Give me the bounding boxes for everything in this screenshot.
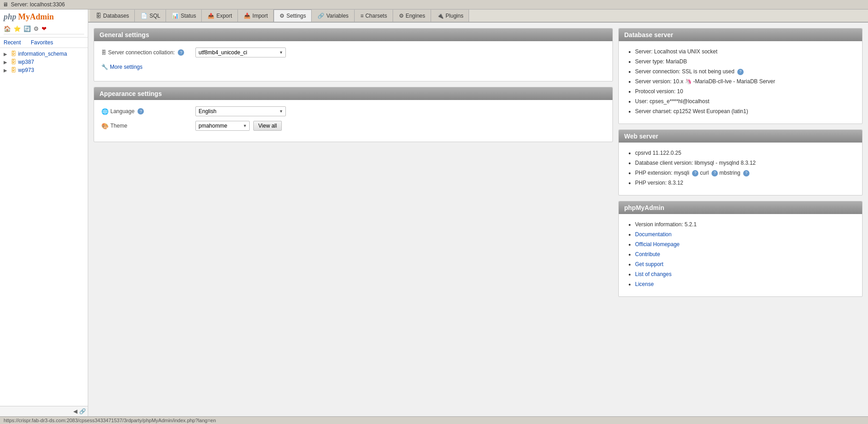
refresh-icon[interactable]: 🔄: [24, 25, 31, 32]
sidebar-resize-handle[interactable]: ◀ 🔗: [0, 406, 88, 416]
phpmyadmin-title: phpMyAdmin: [624, 204, 664, 211]
sidebar-icon-bar: 🏠 ⭐ 🔄 ⚙ ❤: [4, 24, 84, 34]
link-icon[interactable]: 🔗: [79, 408, 86, 414]
tab-charsets-label: Charsets: [365, 13, 387, 19]
expand-icon: ▶: [4, 52, 9, 57]
tab-settings[interactable]: ⚙ Settings: [274, 10, 312, 22]
tab-status[interactable]: 📊 Status: [166, 10, 202, 22]
contribute-link[interactable]: Contribute: [635, 251, 660, 257]
official-homepage-link[interactable]: Official Homepage: [635, 241, 680, 248]
list-item: User: cpses_e****hl@localhost: [635, 97, 855, 105]
list-item-license: License: [635, 280, 855, 288]
list-item: Database client version: libmysql - mysq…: [635, 159, 855, 167]
mbstring-help-icon[interactable]: ?: [743, 170, 749, 176]
list-item-get-support: Get support: [635, 260, 855, 268]
view-all-button[interactable]: View all: [253, 121, 282, 131]
collation-help-icon[interactable]: ?: [178, 49, 184, 56]
sidebar-nav: Recent Favorites: [0, 38, 88, 48]
phpmyadmin-header: phpMyAdmin: [619, 201, 862, 214]
import-icon: 📥: [244, 13, 251, 19]
home-icon[interactable]: 🏠: [4, 25, 11, 32]
tree-item-wp387[interactable]: ▶ 🗄 wp387: [0, 58, 88, 66]
heart-icon[interactable]: ❤: [42, 25, 47, 32]
list-item: Server connection: SSL is not being used…: [635, 67, 855, 76]
appearance-settings-body: 🌐 Language ? English Deutsch Français Es…: [94, 100, 612, 142]
charsets-icon: ≡: [360, 13, 364, 19]
status-url: https://crispr.fab-dr3-ds.com:2083/cpses…: [4, 418, 216, 423]
tab-plugins[interactable]: 🔌 Plugins: [431, 10, 469, 22]
tab-status-label: Status: [180, 13, 196, 19]
db-name-wp387[interactable]: wp387: [18, 59, 34, 65]
server-value: Localhost via UNIX socket: [654, 48, 717, 55]
db-name-information-schema[interactable]: information_schema: [18, 51, 67, 57]
mysqli-help-icon[interactable]: ?: [692, 170, 698, 176]
list-item: Server: Localhost via UNIX socket: [635, 48, 855, 56]
topbar: 🖥 Server: localhost:3306: [0, 0, 868, 10]
tree-item-information-schema[interactable]: ▶ 🗄 information_schema: [0, 50, 88, 58]
list-of-changes-link[interactable]: List of changes: [635, 271, 672, 277]
protocol-version-label: Protocol version:: [635, 88, 677, 95]
tab-import[interactable]: 📥 Import: [238, 10, 274, 22]
tab-export[interactable]: 📤 Export: [202, 10, 238, 22]
nav-recent[interactable]: Recent: [4, 39, 21, 46]
list-item: PHP extension: mysqli ? curl ? mbstring …: [635, 169, 855, 177]
logo-myadmin: MyAdmin: [18, 12, 54, 22]
user-value: cpses_e****hl@localhost: [650, 98, 709, 105]
nav-favorites[interactable]: Favorites: [31, 39, 53, 46]
more-settings-row: 🔧 More settings: [101, 62, 605, 70]
more-settings-link[interactable]: 🔧 More settings: [101, 64, 142, 70]
wrench-icon: 🔧: [101, 64, 108, 70]
php-ext-mysqli: mysqli: [674, 170, 689, 176]
server-label-text: Server:: [635, 48, 654, 55]
curl-help-icon[interactable]: ?: [711, 170, 718, 176]
collation-label: 🗄 Server connection collation: ?: [101, 49, 192, 56]
server-icon: 🖥: [3, 1, 8, 8]
plugins-icon: 🔌: [437, 13, 444, 19]
theme-row: 🎨 Theme pmahomme original metro View: [101, 121, 605, 131]
collapse-icon[interactable]: ◀: [73, 408, 77, 414]
cpsrvd-value: cpsrvd 11.122.0.25: [635, 150, 681, 156]
tab-variables[interactable]: 🔗 Variables: [312, 10, 354, 22]
theme-icon: 🎨: [101, 123, 109, 129]
db-name-wp973[interactable]: wp973: [18, 67, 34, 73]
tree-item-wp973[interactable]: ▶ 🗄 wp973: [0, 66, 88, 74]
collation-select[interactable]: utf8mb4_unicode_ci utf8_general_ci latin…: [195, 48, 286, 57]
ssl-help-icon[interactable]: ?: [737, 69, 744, 75]
databases-icon: 🗄: [96, 13, 101, 19]
list-item: cpsrvd 11.122.0.25: [635, 149, 855, 157]
tab-databases[interactable]: 🗄 Databases: [90, 10, 135, 22]
panels: General settings 🗄 Server connection col…: [88, 23, 868, 416]
php-ext-label: PHP extension:: [635, 170, 674, 176]
tab-charsets[interactable]: ≡ Charsets: [355, 10, 393, 22]
tab-engines[interactable]: ⚙ Engines: [393, 10, 431, 22]
tab-sql-label: SQL: [149, 13, 160, 19]
server-type-label: Server type:: [635, 58, 666, 65]
license-link[interactable]: License: [635, 281, 654, 287]
db-client-label: Database client version:: [635, 160, 694, 166]
settings-icon[interactable]: ⚙: [33, 25, 39, 32]
theme-select[interactable]: pmahomme original metro: [195, 121, 250, 131]
version-label: Version information:: [635, 221, 684, 228]
pma-logo: phpMyAdmin: [4, 12, 84, 22]
language-select[interactable]: English Deutsch Français Español: [195, 106, 286, 116]
sidebar-header: phpMyAdmin 🏠 ⭐ 🔄 ⚙ ❤: [0, 10, 88, 38]
php-ext-curl: curl: [700, 170, 709, 176]
star-icon[interactable]: ⭐: [14, 25, 21, 32]
list-item: PHP version: 8.3.12: [635, 179, 855, 187]
php-ext-mbstring: mbstring: [720, 170, 740, 176]
general-settings-title: General settings: [100, 31, 149, 38]
database-server-section: Database server Server: Localhost via UN…: [618, 28, 863, 124]
language-help-icon[interactable]: ?: [138, 108, 144, 114]
tab-databases-label: Databases: [103, 13, 129, 19]
db-icon-wp387: 🗄: [11, 59, 16, 65]
documentation-link[interactable]: Documentation: [635, 231, 672, 238]
list-item: Server charset: cp1252 West European (la…: [635, 107, 855, 115]
content-area: 🗄 Databases 📄 SQL 📊 Status 📤 Export 📥 Im…: [88, 10, 868, 416]
main-layout: phpMyAdmin 🏠 ⭐ 🔄 ⚙ ❤ Recent Favorites ▶ …: [0, 10, 868, 416]
get-support-link[interactable]: Get support: [635, 261, 664, 267]
sidebar: phpMyAdmin 🏠 ⭐ 🔄 ⚙ ❤ Recent Favorites ▶ …: [0, 10, 88, 416]
server-version-label: Server version:: [635, 78, 673, 85]
tab-sql[interactable]: 📄 SQL: [135, 10, 166, 22]
tab-import-label: Import: [252, 13, 268, 19]
server-connection-value: SSL is not being used: [682, 68, 734, 75]
